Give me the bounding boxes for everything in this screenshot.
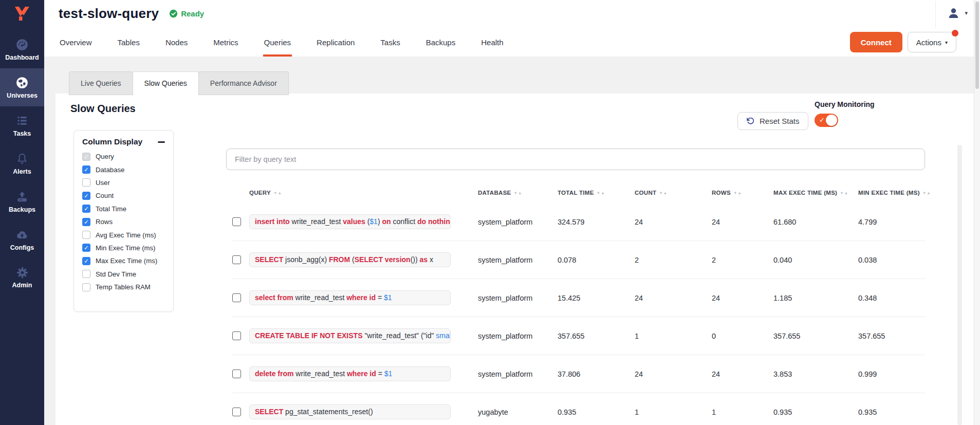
cell-rows: 24	[712, 294, 773, 302]
subtab-slow-queries[interactable]: Slow Queries	[133, 71, 199, 95]
sidebar-item-label: Dashboard	[5, 54, 39, 61]
cell-total-time: 324.579	[558, 218, 635, 226]
status-badge: Ready	[169, 9, 204, 18]
table-row[interactable]: select from write_read_test where id = $…	[232, 279, 925, 317]
row-checkbox[interactable]	[232, 255, 241, 264]
column-option-query: ✓Query	[74, 150, 173, 163]
sort-carets-icon[interactable]: ▼▲	[273, 191, 282, 195]
table-row[interactable]: SELECT pg_stat_statements_reset()yugabyt…	[232, 393, 925, 425]
chevron-down-icon: ▾	[965, 10, 968, 16]
yugabyte-logo-icon[interactable]	[11, 4, 33, 26]
tab-health[interactable]: Health	[480, 38, 504, 57]
sort-carets-icon[interactable]: ▼▲	[597, 191, 605, 195]
column-header-query[interactable]: QUERY▼▲	[249, 190, 478, 196]
query-text[interactable]: SELECT pg_stat_statements_reset()	[249, 404, 451, 419]
reset-stats-button[interactable]: Reset Stats	[737, 112, 808, 130]
actions-button[interactable]: Actions ▾	[908, 32, 956, 52]
column-header-max-exec-time-ms-[interactable]: MAX EXEC TIME (MS)▼▲	[773, 190, 858, 196]
query-text[interactable]: delete from write_read_test where id = $…	[249, 366, 451, 381]
checkbox[interactable]: ✓	[82, 192, 90, 200]
sort-carets-icon[interactable]: ▼▲	[514, 191, 523, 195]
column-header-database[interactable]: DATABASE▼▲	[478, 190, 558, 196]
cell-min-exec-time: 0.038	[858, 256, 925, 264]
row-checkbox[interactable]	[232, 369, 241, 378]
page-scrollbar-thumb[interactable]	[975, 2, 979, 89]
cell-total-time: 37.806	[558, 370, 635, 378]
checkbox-label: User	[96, 179, 110, 187]
sidebar-item-label: Universes	[7, 92, 38, 99]
tab-tasks[interactable]: Tasks	[379, 38, 401, 57]
checkbox[interactable]: ✓	[82, 205, 90, 213]
query-monitoring-toggle[interactable]: ✓	[815, 114, 838, 127]
subtab-live-queries[interactable]: Live Queries	[69, 71, 133, 95]
query-text[interactable]: SELECT jsonb_agg(x) FROM (SELECT version…	[249, 252, 451, 267]
tab-metrics[interactable]: Metrics	[212, 38, 239, 57]
tab-queries[interactable]: Queries	[263, 38, 292, 57]
checkbox[interactable]: ✓	[82, 244, 90, 252]
checkbox-label: Avg Exec Time (ms)	[96, 231, 156, 239]
column-header-min-exec-time-ms-[interactable]: MIN EXEC TIME (MS)▼▲	[858, 190, 925, 196]
table-row[interactable]: insert into write_read_test values ($1) …	[232, 203, 925, 241]
connect-button[interactable]: Connect	[850, 32, 902, 52]
tab-overview[interactable]: Overview	[59, 38, 93, 57]
tab-backups[interactable]: Backups	[425, 38, 457, 57]
sidebar-item-dashboard[interactable]: Dashboard	[0, 30, 44, 68]
checkbox[interactable]: ✓	[82, 165, 90, 174]
sidebar-item-admin[interactable]: Admin	[0, 258, 44, 297]
column-header-rows[interactable]: ROWS▼▲	[712, 190, 773, 196]
query-text[interactable]: CREATE TABLE IF NOT EXISTS "write_read_t…	[249, 328, 451, 343]
cell-max-exec-time: 0.935	[773, 408, 858, 416]
sort-carets-icon[interactable]: ▼▲	[733, 191, 742, 195]
subtab-performance-advisor[interactable]: Performance Advisor	[198, 71, 289, 95]
row-checkbox[interactable]	[232, 408, 241, 416]
column-option-count: ✓Count	[74, 189, 173, 202]
user-menu[interactable]: ▾	[947, 6, 968, 20]
table-row[interactable]: SELECT jsonb_agg(x) FROM (SELECT version…	[232, 241, 925, 279]
toggle-knob	[826, 115, 837, 126]
cell-database: system_platform	[478, 218, 558, 226]
sidebar-item-configs[interactable]: Configs	[0, 220, 44, 258]
checkbox-label: Total Time	[96, 205, 126, 213]
tab-tables[interactable]: Tables	[117, 38, 141, 57]
cell-max-exec-time: 3.853	[773, 370, 858, 378]
query-filter-input[interactable]	[226, 149, 925, 170]
checkbox[interactable]: ✓	[82, 218, 90, 226]
cell-max-exec-time: 61.680	[773, 218, 858, 226]
slow-queries-table: QUERY▼▲DATABASE▼▲TOTAL TIME▼▲COUNT▼▲ROWS…	[232, 182, 925, 425]
row-checkbox[interactable]	[232, 217, 241, 226]
backups-upload-icon	[15, 190, 29, 204]
sort-carets-icon[interactable]: ▼▲	[840, 191, 848, 195]
checkbox[interactable]: ✓	[82, 257, 90, 265]
sort-carets-icon[interactable]: ▼▲	[922, 191, 931, 195]
universe-title: test-slow-query	[59, 6, 159, 22]
query-text[interactable]: insert into write_read_test values ($1) …	[249, 214, 451, 229]
checkbox[interactable]	[82, 231, 90, 239]
cell-count: 1	[635, 408, 712, 416]
checkbox[interactable]	[82, 270, 90, 278]
checkbox[interactable]	[82, 283, 90, 291]
column-header-total-time[interactable]: TOTAL TIME▼▲	[558, 190, 635, 196]
table-row[interactable]: delete from write_read_test where id = $…	[232, 355, 925, 393]
tab-replication[interactable]: Replication	[316, 38, 356, 57]
row-checkbox[interactable]	[232, 331, 241, 340]
row-checkbox[interactable]	[232, 293, 241, 302]
tabs-row: OverviewTablesNodesMetricsQueriesReplica…	[59, 38, 980, 57]
checkbox[interactable]	[82, 178, 90, 187]
cell-database: system_platform	[478, 294, 558, 302]
cell-total-time: 15.425	[558, 294, 635, 302]
tab-nodes[interactable]: Nodes	[164, 38, 189, 57]
cell-rows: 24	[712, 370, 773, 378]
sidebar-item-backups[interactable]: Backups	[0, 182, 44, 220]
table-scrollbar[interactable]	[957, 145, 962, 425]
query-text[interactable]: select from write_read_test where id = $…	[249, 290, 451, 305]
table-row[interactable]: CREATE TABLE IF NOT EXISTS "write_read_t…	[232, 317, 925, 355]
collapse-icon[interactable]	[158, 141, 165, 143]
sidebar-item-alerts[interactable]: Alerts	[0, 144, 44, 182]
sidebar-item-universes[interactable]: Universes	[0, 68, 44, 106]
sidebar-item-tasks[interactable]: Tasks	[0, 106, 44, 144]
column-header-count[interactable]: COUNT▼▲	[635, 190, 712, 196]
column-option-rows: ✓Rows	[74, 215, 173, 228]
page-scrollbar[interactable]	[974, 0, 980, 425]
sort-carets-icon[interactable]: ▼▲	[659, 191, 668, 195]
sidebar-nav: DashboardUniversesTasksAlertsBackupsConf…	[0, 30, 44, 297]
